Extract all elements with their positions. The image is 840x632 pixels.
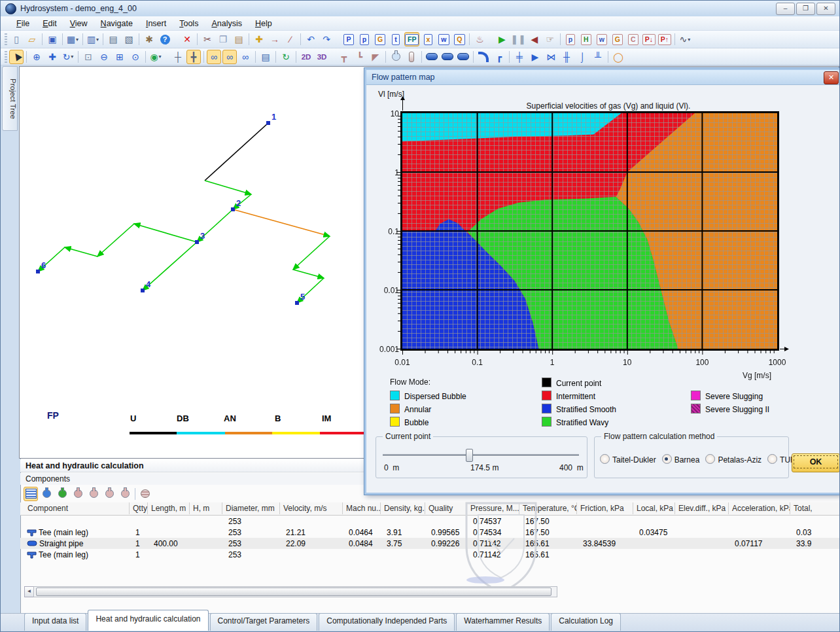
open-folder-button[interactable]: ▱ xyxy=(25,32,39,46)
pressure-small-plot-button[interactable]: p xyxy=(357,32,372,46)
tab-input-data-list[interactable]: Input data list xyxy=(24,613,86,631)
refresh-button[interactable]: ↻ xyxy=(279,50,293,64)
input-table-button[interactable]: ▦▾ xyxy=(65,32,80,46)
velocity-plot-button[interactable]: w xyxy=(436,32,451,46)
profile-c-button[interactable]: C xyxy=(626,32,640,46)
table-row[interactable]: Straight pipe1400.0025322.090.04843.750.… xyxy=(20,538,840,549)
profile-g-button[interactable]: G xyxy=(610,32,625,46)
show-rulers-button[interactable]: ╋ xyxy=(186,50,201,64)
view-2d-button[interactable]: 2D xyxy=(299,50,313,64)
pressure-up-button[interactable]: P↑ xyxy=(657,32,672,46)
find-node-button[interactable]: ∞ xyxy=(222,50,237,64)
scrollbar-thumb[interactable] xyxy=(36,588,551,596)
pipe-edge[interactable] xyxy=(205,123,268,181)
quality-plot-button[interactable]: x xyxy=(421,32,435,46)
column-header[interactable]: Component xyxy=(24,502,129,514)
minimize-button[interactable]: – xyxy=(776,3,795,15)
menu-help[interactable]: Help xyxy=(249,18,279,29)
pipe-segment-button[interactable] xyxy=(425,50,439,64)
fitting-tee-button[interactable]: ┳ xyxy=(337,50,351,64)
column-header[interactable]: Total, xyxy=(790,502,840,514)
undo-button[interactable]: ↶ xyxy=(304,32,318,46)
pipe-edge[interactable] xyxy=(143,242,197,290)
help-button[interactable]: ? xyxy=(158,32,172,46)
menu-analysis[interactable]: Analysis xyxy=(205,18,249,29)
result-table-button[interactable]: ▥▾ xyxy=(86,32,100,46)
zoom-in-button[interactable]: ⊕ xyxy=(29,50,44,64)
pan-button[interactable]: ✚ xyxy=(45,50,60,64)
select-cursor-button[interactable]: ▶ xyxy=(9,50,24,64)
column-header[interactable]: Length, m xyxy=(147,502,189,514)
menu-insert[interactable]: Insert xyxy=(139,18,173,29)
node-6[interactable] xyxy=(36,270,40,273)
menu-tools[interactable]: Tools xyxy=(173,18,205,29)
scroll-left-button[interactable]: ◄ xyxy=(24,586,34,597)
pipe-network-diagram[interactable]: 123456 xyxy=(20,67,386,459)
horizontal-scrollbar[interactable] xyxy=(33,586,557,597)
split-link-button[interactable]: ∕ xyxy=(283,32,298,46)
fitting-elbow-button[interactable]: ┗ xyxy=(353,50,367,64)
table-row[interactable]: 2530.74537167.50 xyxy=(20,516,840,527)
tools-button[interactable]: ✱ xyxy=(142,32,156,46)
node-1[interactable] xyxy=(266,121,270,125)
table-row[interactable]: Tee (main leg)125321.210.04643.910.99565… xyxy=(20,527,840,538)
print-button[interactable]: ▤ xyxy=(106,32,120,46)
zoom-out-button[interactable]: ⊖ xyxy=(97,50,111,64)
zoom-previous-button[interactable]: ⊙ xyxy=(128,50,143,64)
tab-computationally-independed-parts[interactable]: Computationally Independed Parts xyxy=(319,613,455,631)
orifice-button[interactable]: ⌡ xyxy=(575,50,589,64)
menu-view[interactable]: View xyxy=(63,18,94,29)
pipe-edge[interactable] xyxy=(293,270,324,278)
view-3d-button[interactable]: 3D xyxy=(315,50,329,64)
fitting-reducer-button[interactable]: ◤ xyxy=(368,50,383,64)
pipe-edge[interactable] xyxy=(233,209,330,236)
tab-heat-and-hydraulic-calculation[interactable]: Heat and hydraulic calculation xyxy=(88,610,208,631)
column-header[interactable]: Velocity, m/s xyxy=(279,502,342,514)
bend-curved-button[interactable] xyxy=(476,50,491,64)
flow-plot-button[interactable]: G xyxy=(373,32,387,46)
ring-button[interactable]: ◯ xyxy=(611,50,625,64)
delete-button[interactable]: ✕ xyxy=(180,32,194,46)
pause-calculation-button[interactable]: ❚❚ xyxy=(510,32,525,46)
rotate-view-button[interactable]: ↻▾ xyxy=(61,50,75,64)
table-row[interactable]: Tee (main leg)12530.71142165.61 xyxy=(20,549,840,560)
print-preview-button[interactable]: ▧ xyxy=(122,32,136,46)
dialog-title-bar[interactable]: Flow pattern map xyxy=(366,70,840,85)
components-list-button[interactable] xyxy=(24,487,38,501)
pipe-edge[interactable] xyxy=(205,181,251,194)
restore-button[interactable]: ❐ xyxy=(796,3,815,15)
node-4[interactable] xyxy=(141,289,145,292)
flask-marked3-button[interactable] xyxy=(118,487,132,501)
cut-button[interactable]: ✂ xyxy=(200,32,215,46)
ok-button[interactable]: OK xyxy=(792,453,840,472)
column-header[interactable]: Friction, kPa xyxy=(576,502,633,514)
column-header[interactable]: Mach nu... xyxy=(342,502,380,514)
menu-edit[interactable]: Edit xyxy=(36,18,63,29)
column-header[interactable]: Elev.diff., kPa xyxy=(674,502,728,514)
pressure-plot-button[interactable]: P xyxy=(341,32,356,46)
sphere-valve-button[interactable] xyxy=(138,487,152,501)
profile-h-button[interactable]: H xyxy=(579,32,593,46)
control-valve-button[interactable]: ⋈ xyxy=(544,50,558,64)
flask-tool-button[interactable] xyxy=(389,50,403,64)
pipe-edge[interactable] xyxy=(97,224,134,256)
menu-navigate[interactable]: Navigate xyxy=(94,18,139,29)
node-5[interactable] xyxy=(295,301,299,305)
valve-button[interactable]: ╪ xyxy=(512,50,527,64)
zoom-extents-button[interactable]: ⊞ xyxy=(113,50,127,64)
pipe-inlet-button[interactable] xyxy=(440,50,455,64)
zoom-window-button[interactable]: ⊡ xyxy=(81,50,96,64)
find-result-button[interactable]: ∞ xyxy=(238,50,253,64)
flask-pink-button[interactable] xyxy=(71,487,85,501)
find-component-button[interactable]: ∞ xyxy=(207,50,221,64)
gate-valve-button[interactable]: ╫ xyxy=(559,50,574,64)
dialog-close-icon[interactable]: ✕ xyxy=(824,71,839,84)
tab-control-target-parameters[interactable]: Control/Target Parameters xyxy=(210,613,318,631)
report-button[interactable]: ▤ xyxy=(258,50,273,64)
flask-marked1-button[interactable] xyxy=(86,487,101,501)
trend-chart-button[interactable]: ∿▾ xyxy=(678,32,692,46)
column-header[interactable]: Diameter, mm xyxy=(222,502,279,514)
copy-button[interactable]: ❐ xyxy=(216,32,230,46)
check-valve-button[interactable]: ▶ xyxy=(528,50,542,64)
run-calculation-button[interactable]: ▶ xyxy=(495,32,509,46)
